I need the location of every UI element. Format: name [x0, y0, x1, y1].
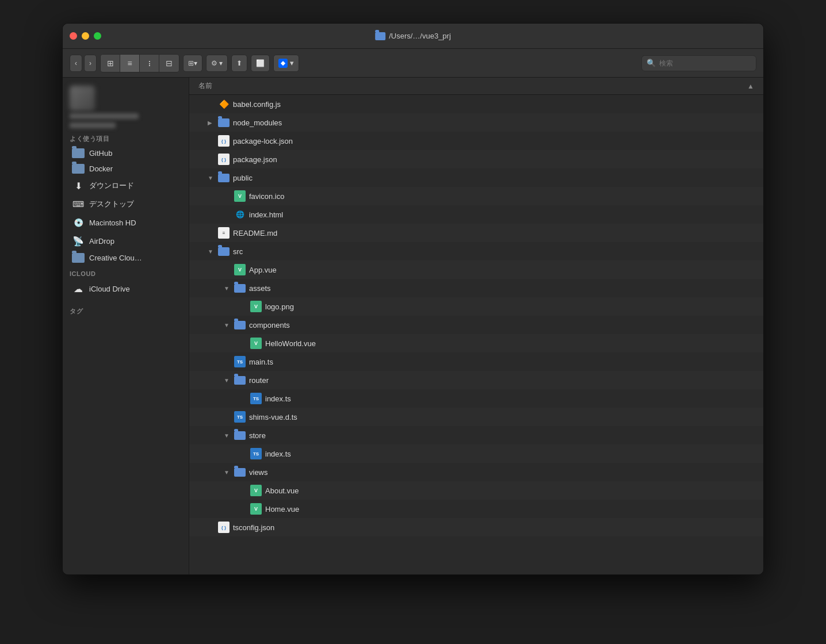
sidebar-item-creative-cloud[interactable]: Creative Clou…	[65, 250, 186, 266]
expand-arrow[interactable]: ▼	[208, 175, 215, 181]
sidebar-item-downloads[interactable]: ⬇ ダウンロード	[65, 177, 186, 195]
file-row-content: V About.vue	[198, 485, 754, 496]
file-row-content: ▶ node_modules	[198, 118, 754, 127]
back-button[interactable]: ‹	[70, 55, 82, 72]
expand-arrow[interactable]: ▶	[208, 120, 215, 126]
vue-file-icon: V	[250, 485, 262, 496]
folder-file-icon	[234, 468, 246, 477]
search-input[interactable]	[659, 59, 751, 67]
traffic-lights	[70, 32, 101, 40]
folder-file-icon	[234, 376, 246, 385]
view-mode-buttons: ⊞ ≡ ⫶ ⊟	[100, 54, 179, 72]
desktop-icon: ⌨	[72, 198, 85, 210]
file-rows-container: 🔶 babel.config.js ▶ node_modules { } pac…	[189, 95, 763, 536]
vue-file-icon: V	[234, 264, 246, 275]
table-row[interactable]: { } tsconfig.json	[189, 518, 763, 536]
expand-arrow[interactable]: ▼	[224, 377, 231, 384]
dropbox-logo: ◆	[278, 59, 288, 68]
file-name: assets	[249, 284, 271, 293]
tag-button[interactable]: ⬜	[251, 55, 270, 72]
file-name: components	[249, 321, 290, 329]
user-avatar	[70, 86, 95, 111]
creative-cloud-folder-icon	[72, 253, 85, 263]
view-gallery-button[interactable]: ⊟	[159, 55, 179, 72]
file-row-content: ≡ README.md	[198, 227, 754, 239]
arrange-button[interactable]: ⊞▾	[183, 55, 202, 72]
table-row[interactable]: ▶ node_modules	[189, 113, 763, 132]
sort-arrow: ▲	[747, 82, 754, 90]
file-name: store	[249, 431, 266, 440]
window-title: /Users/…/vue3_prj	[375, 32, 451, 40]
table-row[interactable]: ▼ src	[189, 242, 763, 260]
table-row[interactable]: ▼ components	[189, 316, 763, 334]
table-row[interactable]: V Home.vue	[189, 500, 763, 518]
file-name: HelloWorld.vue	[265, 339, 316, 348]
table-row[interactable]: TS shims-vue.d.ts	[189, 408, 763, 426]
table-row[interactable]: V logo.png	[189, 297, 763, 316]
file-name: index.ts	[265, 450, 291, 458]
table-row[interactable]: ▼ assets	[189, 279, 763, 297]
minimize-button[interactable]	[82, 32, 89, 40]
share-icon: ⬆	[236, 59, 242, 67]
table-row[interactable]: TS index.ts	[189, 389, 763, 408]
expand-arrow[interactable]: ▼	[224, 322, 231, 328]
github-folder-icon	[72, 148, 85, 158]
vue-file-icon: V	[250, 338, 262, 349]
file-name: Home.vue	[265, 505, 299, 513]
md-file-icon: ≡	[218, 227, 230, 239]
sidebar-item-macintosh-hd[interactable]: 💿 Macintosh HD	[65, 213, 186, 232]
view-list-button[interactable]: ≡	[120, 55, 140, 72]
view-icon-button[interactable]: ⊞	[101, 55, 120, 72]
dropbox-button[interactable]: ◆ ▾	[273, 55, 299, 72]
sidebar-item-airdrop[interactable]: 📡 AirDrop	[65, 232, 186, 250]
folder-file-icon	[218, 118, 230, 127]
sidebar-label-creative-cloud: Creative Clou…	[89, 254, 142, 262]
forward-button[interactable]: ›	[84, 55, 97, 72]
table-row[interactable]: V About.vue	[189, 481, 763, 500]
expand-arrow[interactable]: ▼	[224, 432, 231, 439]
share-button[interactable]: ⬆	[231, 55, 247, 72]
close-button[interactable]	[70, 32, 77, 40]
table-row[interactable]: V App.vue	[189, 260, 763, 279]
expand-arrow[interactable]: ▼	[224, 285, 231, 292]
table-row[interactable]: ▼ router	[189, 371, 763, 389]
table-row[interactable]: { } package.json	[189, 150, 763, 168]
sidebar-item-github[interactable]: GitHub	[65, 145, 186, 161]
table-row[interactable]: TS index.ts	[189, 444, 763, 463]
file-row-content: ▼ src	[198, 247, 754, 256]
sidebar-item-icloud-drive[interactable]: ☁ iCloud Drive	[65, 279, 186, 298]
maximize-button[interactable]	[94, 32, 101, 40]
file-name: babel.config.js	[233, 100, 281, 109]
sidebar-item-desktop[interactable]: ⌨ デスクトップ	[65, 195, 186, 213]
gear-dropdown-icon: ▾	[219, 59, 223, 67]
sidebar-item-docker[interactable]: Docker	[65, 161, 186, 177]
file-name: shims-vue.d.ts	[249, 413, 297, 421]
search-icon: 🔍	[647, 59, 656, 67]
expand-arrow[interactable]: ▼	[208, 248, 215, 255]
file-row-content: TS index.ts	[198, 448, 754, 459]
table-row[interactable]: ▼ public	[189, 168, 763, 187]
view-column-button[interactable]: ⫶	[140, 55, 159, 72]
table-row[interactable]: V favicon.ico	[189, 187, 763, 205]
sidebar-label-icloud-drive: iCloud Drive	[89, 285, 130, 293]
file-name: package.json	[233, 155, 277, 164]
dropbox-arrow: ▾	[290, 59, 294, 67]
json-file-icon: { }	[218, 154, 230, 165]
table-row[interactable]: ▼ store	[189, 426, 763, 444]
table-row[interactable]: { } package-lock.json	[189, 132, 763, 150]
table-row[interactable]: 🌐 index.html	[189, 205, 763, 224]
table-row[interactable]: ≡ README.md	[189, 224, 763, 242]
file-name: favicon.ico	[249, 192, 284, 201]
file-name: router	[249, 376, 269, 385]
expand-arrow[interactable]: ▼	[224, 469, 231, 476]
table-row[interactable]: V HelloWorld.vue	[189, 334, 763, 352]
search-box[interactable]: 🔍	[641, 55, 756, 71]
vue-file-icon: V	[234, 190, 246, 202]
folder-file-icon	[218, 174, 230, 182]
sidebar: よく使う項目 GitHub Docker ⬇ ダウンロード ⌨ デスクトップ 💿…	[63, 78, 189, 574]
table-row[interactable]: ▼ views	[189, 463, 763, 481]
folder-file-icon	[234, 431, 246, 440]
table-row[interactable]: 🔶 babel.config.js	[189, 95, 763, 113]
table-row[interactable]: TS main.ts	[189, 352, 763, 371]
action-button[interactable]: ⚙ ▾	[206, 55, 228, 72]
